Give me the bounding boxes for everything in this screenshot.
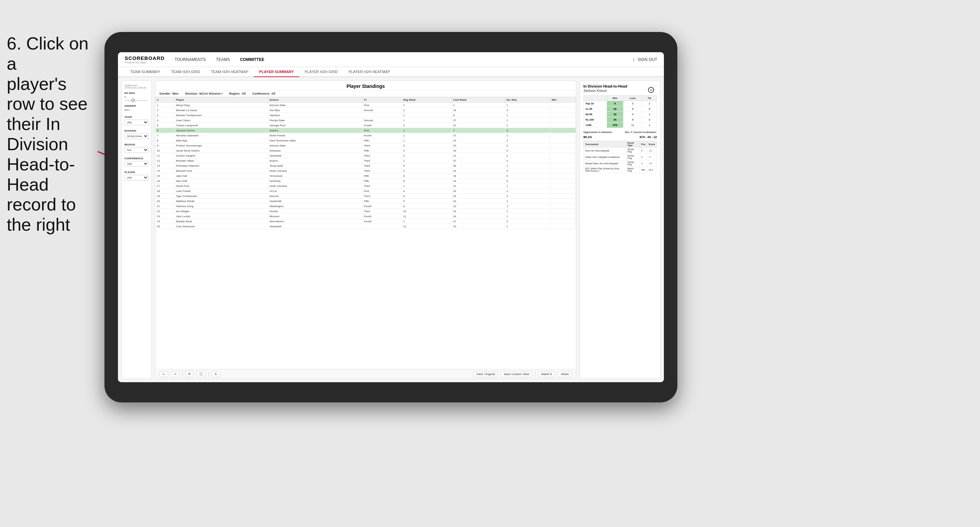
table-row[interactable]: 8 Mats Ege East Tennessee State Fifth 1 …	[156, 138, 576, 143]
table-row[interactable]: 21 Taehoon Song Washington Fourth 6 22 1	[156, 204, 576, 209]
table-row[interactable]: 6 Jackson Koivun Auburn First 1 7 0	[156, 128, 576, 133]
cell-player: Preston Summerhays	[175, 143, 268, 148]
refresh-btn[interactable]: ↻	[212, 371, 220, 377]
watch-btn[interactable]: Watch ▾	[538, 371, 555, 377]
cell-rds: 0	[505, 108, 550, 113]
table-row[interactable]: 10 Jacob Mock Olesen Arkansas Fifth 4 23…	[156, 148, 576, 153]
nav-tournaments[interactable]: TOURNAMENTS	[175, 56, 205, 63]
division-dropdown[interactable]: NCAA Division I	[124, 133, 149, 139]
redo-btn[interactable]: ↪	[171, 371, 180, 377]
conference-filter: Conference (All)	[124, 157, 149, 167]
no-rds-slider[interactable]	[124, 100, 148, 101]
table-row[interactable]: 14 Maxwell Ford North Carolina Third 2 2…	[156, 168, 576, 173]
region-dropdown[interactable]: N/a	[124, 147, 149, 153]
h2h-win: 20	[606, 106, 623, 112]
save-custom-btn[interactable]: Save Custom View	[500, 371, 532, 377]
cell-rds: 1	[505, 204, 550, 209]
h2h-tie: 1	[642, 112, 657, 117]
cell-conf: 19	[452, 178, 505, 184]
cell-win	[550, 123, 576, 128]
table-row[interactable]: 25 Cole Sherwood Vanderbilt 12 23 1	[156, 224, 576, 229]
sign-out-button[interactable]: Sign out	[638, 56, 657, 63]
share-btn[interactable]: Share	[558, 371, 572, 377]
table-row[interactable]: 18 Luke Powell UCLA First 4 24 1	[156, 189, 576, 194]
gender-label: Gender:	[159, 92, 171, 95]
cell-yr: Third	[362, 143, 402, 148]
table-row[interactable]: 2 Michael La Sasso Ole Miss Second 1 19 …	[156, 108, 576, 113]
nav-teams[interactable]: TEAMS	[216, 56, 230, 63]
division-filter-label: Division	[124, 129, 149, 132]
table-row[interactable]: 22 Ian Gilligan Florida Third 10 24 1	[156, 209, 576, 214]
tourn-score: 18-1	[647, 167, 657, 173]
gender-filter-value: Men	[124, 108, 149, 111]
nav-committee[interactable]: COMMITTEE	[240, 56, 264, 63]
cell-school: Auburn	[268, 128, 362, 133]
tourn-pos: 4	[640, 148, 647, 154]
h2h-close-btn[interactable]: ✕	[648, 87, 654, 93]
table-row[interactable]: 23 Jack Lundin Missouri Fourth 11 24 1	[156, 214, 576, 219]
cell-conf: 27	[452, 219, 505, 224]
paste-btn[interactable]: 📋	[196, 371, 206, 377]
cell-yr: Third	[362, 153, 402, 158]
cell-num: 1	[156, 103, 175, 108]
sub-nav-player-h2h-heatmap[interactable]: PLAYER H2H HEATMAP	[343, 67, 395, 77]
instruction-text: 6. Click on a player's row to see their …	[0, 34, 98, 235]
h2h-range: Top 10	[584, 101, 607, 106]
table-row[interactable]: 5 Christo Lamprecht Georgia Tech Fourth …	[156, 123, 576, 128]
view-original-btn[interactable]: View: Original	[473, 371, 498, 377]
cell-school: Florida State	[268, 118, 362, 123]
table-row[interactable]: 12 Brendan Valles Auburn Third 1 27 3	[156, 158, 576, 163]
sub-nav-team-h2h-grid[interactable]: TEAM H2H GRID	[166, 67, 205, 77]
cell-conf: 23	[452, 224, 505, 229]
player-dropdown[interactable]: (All)	[124, 175, 149, 181]
table-row[interactable]: 20 Matthew Riedel Vanderbilt Fifth 9 23 …	[156, 199, 576, 204]
sub-nav-player-h2h-grid[interactable]: PLAYER H2H GRID	[299, 67, 343, 77]
table-row[interactable]: 11 Gordon Sargent Vanderbilt Third 4 21 …	[156, 153, 576, 158]
table-row[interactable]: 1 Wenyi Ding Arizona State First 1 1 1	[156, 103, 576, 108]
no-rds-value: 6	[124, 96, 149, 98]
h2h-table-row: >100 578 11 1	[584, 122, 657, 128]
cell-win	[550, 204, 576, 209]
undo-btn[interactable]: ↩	[159, 371, 168, 377]
opponents-label: Opponents in division:	[583, 131, 612, 134]
table-row[interactable]: 4 Luke Claton Florida State Second 1 27 …	[156, 118, 576, 123]
h2h-tie: 5	[642, 106, 657, 112]
tourn-pos: 2	[640, 154, 647, 160]
table-row[interactable]: 9 Preston Summerhays Arizona State Third…	[156, 143, 576, 148]
table-row[interactable]: 15 Jake Hall Tennessee Fifth 3 18 0	[156, 173, 576, 178]
table-row[interactable]: 16 Alex Goff Kentucky Fifth 8 19 0	[156, 178, 576, 184]
cell-player: Nicholas Gabrelcik	[175, 133, 268, 138]
cell-rds: 0	[505, 178, 550, 184]
cell-yr	[362, 224, 402, 229]
conference-dropdown[interactable]: (All)	[124, 161, 149, 167]
table-row[interactable]: 7 Nicholas Gabrelcik North Florida Fourt…	[156, 133, 576, 138]
tourn-pos: 2	[640, 160, 647, 167]
cell-num: 21	[156, 204, 175, 209]
cell-player: Jacob Mock Olesen	[175, 148, 268, 153]
cell-player: Jack Lundin	[175, 214, 268, 219]
powered-by-text: Powered by clippi	[125, 61, 164, 64]
sub-nav-team-summary[interactable]: TEAM SUMMARY	[125, 67, 166, 77]
standings-filters-row: Gender: Men Division: NCAA Division I Re…	[155, 90, 576, 97]
division-filter: Division NCAA Division I	[124, 129, 149, 139]
instruction-line4: Head-to-Head	[7, 155, 75, 194]
table-row[interactable]: 3 Michael Thorbjornsen Stanford 1 8 1	[156, 113, 576, 118]
cell-conf: 27	[452, 158, 505, 163]
table-row[interactable]: 24 Bastian Amat New Mexico Fourth 1 27 2	[156, 219, 576, 224]
copy-btn[interactable]: ⧉	[185, 371, 193, 377]
cell-win	[550, 184, 576, 189]
sub-nav-player-summary[interactable]: PLAYER SUMMARY	[254, 67, 299, 77]
table-row[interactable]: 17 David Ford North Carolina Third 1 21 …	[156, 184, 576, 189]
table-row[interactable]: 19 Tiger Christensen Arizona Third 8 23 …	[156, 194, 576, 199]
cell-school: Arizona	[268, 194, 362, 199]
instruction-line1: 6. Click on a	[7, 34, 89, 73]
year-filter: Year (All)	[124, 116, 149, 125]
year-dropdown[interactable]: (All)	[124, 119, 149, 125]
table-row[interactable]: 13 Phichaksn Maichon Texas A&M Third 6 3…	[156, 163, 576, 168]
cell-win	[550, 108, 576, 113]
table-scroll-container[interactable]: # Player School Yr Reg Rank Conf Rank No…	[155, 97, 576, 369]
sub-nav-team-h2h-heatmap[interactable]: TEAM H2H HEATMAP	[205, 67, 254, 77]
cell-rds: 1	[505, 113, 550, 118]
slider-thumb[interactable]	[131, 98, 135, 102]
h2h-col-tie: Tie	[642, 96, 657, 101]
